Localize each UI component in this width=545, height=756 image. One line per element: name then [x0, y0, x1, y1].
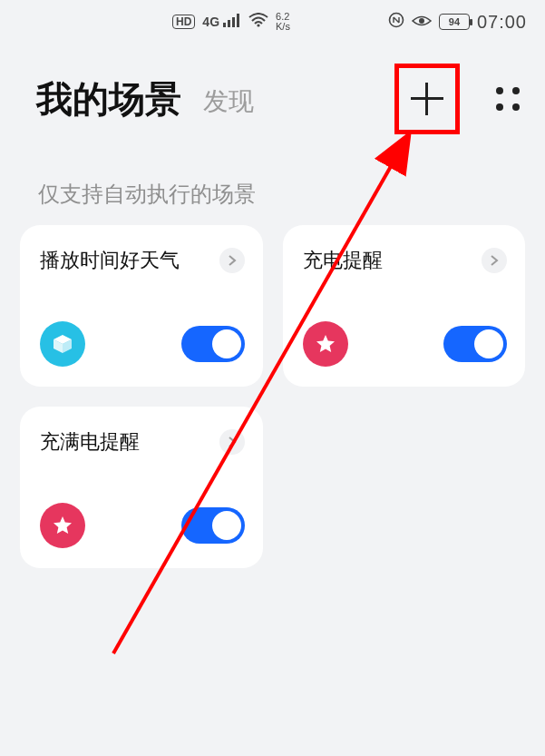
wifi-icon [248, 13, 268, 32]
add-button[interactable] [409, 81, 445, 117]
tab-discover[interactable]: 发现 [203, 84, 254, 119]
chevron-right-icon[interactable] [219, 429, 245, 455]
svg-point-4 [257, 24, 259, 26]
battery-icon: 94 [439, 14, 470, 30]
svg-point-6 [419, 18, 424, 24]
svg-rect-3 [237, 14, 239, 27]
section-label: 仅支持自动执行的场景 [0, 143, 545, 225]
scene-title: 充满电提醒 [40, 428, 140, 456]
scene-toggle[interactable] [181, 326, 245, 362]
scene-cards: 播放时间好天气 充电提醒 [0, 225, 545, 568]
signal-icon [223, 13, 241, 32]
svg-rect-0 [223, 23, 226, 27]
scene-toggle[interactable] [181, 507, 245, 544]
star-icon [303, 321, 348, 367]
cube-icon [40, 321, 85, 367]
network-gen: 4G [202, 15, 219, 29]
annotation-highlight-box [394, 64, 460, 134]
hd-icon: HD [172, 15, 195, 29]
scene-card[interactable]: 播放时间好天气 [20, 225, 263, 387]
chevron-right-icon[interactable] [482, 248, 507, 273]
scene-title: 播放时间好天气 [40, 247, 180, 274]
scene-card[interactable]: 充满电提醒 [20, 407, 263, 568]
star-icon [40, 503, 85, 548]
svg-rect-2 [232, 17, 235, 27]
network-speed: 6.2 K/s [276, 12, 290, 32]
tab-bar: 我的场景 发现 [0, 44, 545, 143]
scene-title: 充电提醒 [303, 247, 383, 274]
scene-card[interactable]: 充电提醒 [283, 225, 526, 387]
status-bar: HD 4G 6.2 K/s [0, 0, 545, 44]
eye-icon [412, 13, 432, 32]
clock: 07:00 [477, 12, 527, 33]
sync-icon [388, 12, 404, 33]
scene-toggle[interactable] [443, 326, 507, 362]
svg-rect-1 [228, 20, 230, 27]
tab-my-scenes[interactable]: 我的场景 [36, 74, 181, 124]
more-button[interactable] [496, 87, 520, 111]
chevron-right-icon[interactable] [219, 248, 245, 273]
